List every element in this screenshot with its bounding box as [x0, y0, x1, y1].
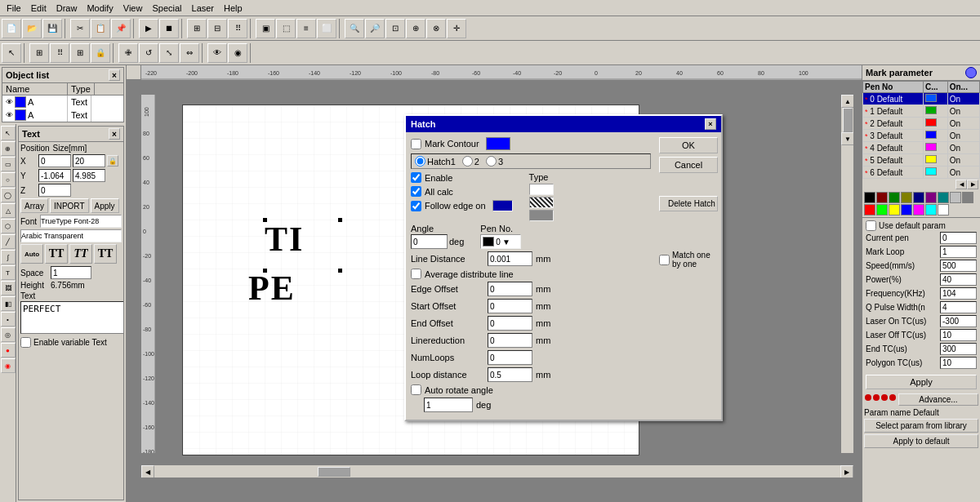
tb2-eye[interactable]: 👁	[207, 43, 227, 63]
polygon-tc-input[interactable]	[940, 357, 977, 369]
tb-stop[interactable]: ⏹	[159, 19, 179, 38]
palette-cyan[interactable]	[925, 204, 937, 215]
end-tc-input[interactable]	[940, 343, 977, 355]
space-input[interactable]	[51, 266, 91, 279]
pen-row-4[interactable]: * 4 Default On	[863, 142, 980, 154]
palette-purple[interactable]	[925, 192, 937, 203]
selection-handle-br[interactable]	[338, 269, 342, 273]
mark-contour-swatch[interactable]	[486, 137, 510, 150]
scroll-page-right[interactable]	[350, 465, 840, 478]
current-pen-input[interactable]	[940, 232, 977, 244]
vtb-img[interactable]: 🖼	[1, 281, 16, 295]
mark-contour-checkbox[interactable]	[411, 139, 421, 149]
vtb-circle[interactable]: ○	[1, 172, 16, 187]
text-panel-close[interactable]: ×	[109, 128, 120, 140]
tb-cut[interactable]: ✂	[70, 19, 90, 38]
palette-gray[interactable]	[962, 192, 973, 203]
tb-open[interactable]: 📂	[22, 19, 42, 38]
scroll-left[interactable]: ◀	[141, 465, 154, 478]
menu-laser[interactable]: Laser	[187, 2, 220, 15]
pen-row-3[interactable]: * 3 Default On	[863, 130, 980, 142]
inport-button[interactable]: INPORT	[50, 198, 89, 213]
tb-zoom-sel[interactable]: ⊕	[406, 19, 425, 38]
menu-special[interactable]: Special	[147, 2, 186, 15]
palette-magenta[interactable]	[913, 204, 924, 215]
pen-row-6[interactable]: * 6 Default On	[863, 167, 980, 179]
palette-white[interactable]	[938, 204, 949, 215]
vtb-node[interactable]: ⊕	[1, 141, 16, 156]
scroll-up[interactable]: ▲	[841, 95, 853, 108]
x-input[interactable]	[38, 154, 71, 167]
pen-row-2[interactable]: * 2 Default On	[863, 118, 980, 130]
angle-input[interactable]	[411, 234, 448, 249]
tb-zoom-out[interactable]: 🔎	[365, 19, 385, 38]
menu-file[interactable]: File	[2, 2, 26, 15]
menu-view[interactable]: View	[118, 2, 148, 15]
y-input[interactable]	[38, 169, 71, 182]
apply-default-button[interactable]: Apply to default	[864, 434, 978, 448]
type-swatch-3[interactable]	[529, 210, 554, 221]
selection-handle-tl[interactable]	[263, 218, 267, 222]
scroll-thumb-v[interactable]	[843, 108, 853, 132]
loop-dist-input[interactable]	[488, 367, 532, 382]
tb-frame2[interactable]: ⬚	[276, 19, 296, 38]
pen-scroll-left[interactable]: ◀	[956, 180, 967, 189]
pen-row-1[interactable]: * 1 Default On	[863, 105, 980, 118]
tb-paste[interactable]: 📌	[111, 19, 131, 38]
vtb-red-circle2[interactable]: ◉	[1, 358, 16, 373]
speed-input[interactable]	[940, 260, 977, 272]
palette-dark-green[interactable]	[889, 192, 900, 203]
font2-input[interactable]	[20, 229, 122, 242]
tt-normal[interactable]: TT	[45, 244, 68, 264]
menu-modify[interactable]: Modify	[82, 2, 118, 15]
tb2-select[interactable]: ↖	[2, 43, 21, 63]
enable-checkbox[interactable]	[411, 172, 421, 183]
vtb-bezier[interactable]: ∫	[1, 250, 16, 264]
tt-italic[interactable]: TT	[69, 244, 92, 264]
pen-row-0[interactable]: * 0 Default On	[863, 93, 980, 105]
selection-handle-bl[interactable]	[263, 269, 267, 273]
use-default-checkbox[interactable]	[866, 220, 876, 231]
tb-grid[interactable]: ⊞	[187, 19, 207, 38]
palette-black[interactable]	[864, 192, 875, 203]
palette-dark-red[interactable]	[876, 192, 888, 203]
laser-on-input[interactable]	[940, 315, 977, 327]
tb-dots[interactable]: ⠿	[228, 19, 247, 38]
menu-draw[interactable]: Draw	[51, 2, 82, 15]
cancel-button[interactable]: Cancel	[659, 157, 718, 173]
obj-row-1[interactable]: 👁 A Text	[2, 109, 123, 122]
scroll-thumb-h[interactable]	[318, 467, 350, 477]
hatch3-option[interactable]: 3	[486, 156, 503, 167]
tb2-dots2[interactable]: ⠿	[50, 43, 69, 63]
tb-frame[interactable]: ▣	[256, 19, 275, 38]
tb2-move[interactable]: ✙	[118, 43, 138, 63]
avg-dist-checkbox[interactable]	[411, 269, 421, 279]
vtb-line[interactable]: ╱	[1, 234, 16, 249]
type-swatch-1[interactable]	[529, 184, 554, 195]
vtb-rect[interactable]: ▭	[1, 157, 16, 171]
obj-row-0[interactable]: 👁 A Text	[2, 96, 123, 109]
end-offset-input[interactable]	[488, 316, 532, 331]
tb2-lock[interactable]: 🔒	[91, 43, 110, 63]
tb2-scale[interactable]: ⤡	[159, 43, 179, 63]
tb-save[interactable]: 💾	[42, 19, 62, 38]
freq-input[interactable]	[940, 287, 977, 300]
pen-dropdown[interactable]: 0 ▼	[480, 234, 521, 249]
scroll-page-left[interactable]	[154, 465, 318, 478]
z-input[interactable]	[38, 184, 71, 197]
tt-bold[interactable]: TT	[94, 244, 117, 264]
tb-new[interactable]: 📄	[2, 19, 21, 38]
match-one-checkbox[interactable]	[659, 255, 670, 265]
pen-scroll-right[interactable]: ▶	[967, 180, 978, 189]
tb-zoom-fit[interactable]: ⊡	[385, 19, 405, 38]
select-library-button[interactable]: Select param from library	[864, 419, 978, 433]
tb-align[interactable]: ≡	[296, 19, 316, 38]
tb-zoom-in[interactable]: 🔍	[345, 19, 364, 38]
palette-navy[interactable]	[913, 192, 924, 203]
auto-rotate-checkbox[interactable]	[411, 384, 421, 395]
tb-grid2[interactable]: ⊟	[207, 19, 227, 38]
scroll-down[interactable]: ▼	[841, 132, 853, 145]
vtb-circle2[interactable]: ◎	[1, 327, 16, 342]
palette-red[interactable]	[864, 204, 875, 215]
font-input[interactable]	[40, 215, 122, 228]
